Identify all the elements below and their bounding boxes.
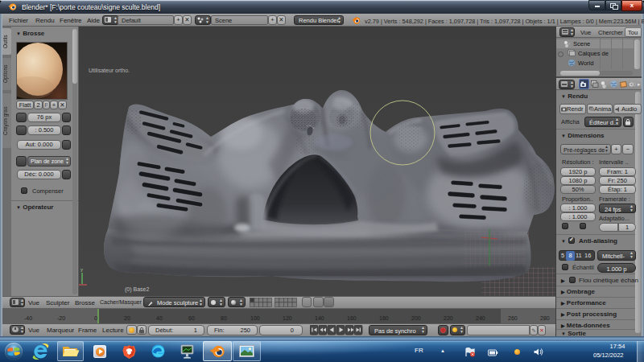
svg-text:y: y xyxy=(80,267,83,272)
